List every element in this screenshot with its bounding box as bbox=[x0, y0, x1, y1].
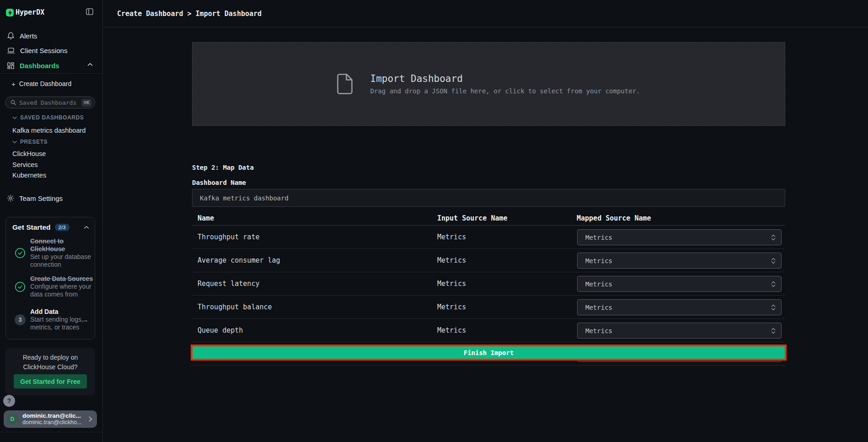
dashboard-name-label: Dashboard Name bbox=[192, 179, 246, 186]
team-settings-label: Team Settings bbox=[19, 194, 63, 202]
sidebar-item-alerts[interactable]: Alerts bbox=[0, 28, 102, 43]
get-started-item-add-data[interactable]: 3 Add Data Start sending logs, metrics, … bbox=[6, 308, 95, 331]
mapped-source-select[interactable]: Metrics bbox=[577, 323, 782, 339]
get-started-item-title: Add Data bbox=[30, 308, 93, 316]
select-value: Metrics bbox=[585, 280, 612, 288]
check-circle-icon bbox=[15, 281, 26, 292]
row-input-source: Metrics bbox=[437, 319, 466, 342]
get-started-item-title: Create Data Sources bbox=[30, 275, 93, 283]
chevron-up-icon[interactable] bbox=[87, 63, 93, 66]
sidebar-item-kubernetes[interactable]: Kubernetes bbox=[12, 172, 46, 179]
sidebar-item-label: Dashboards bbox=[20, 62, 59, 70]
select-chevrons-icon bbox=[771, 258, 776, 264]
finish-import-button[interactable]: Finish Import bbox=[191, 345, 787, 361]
get-started-item-connect[interactable]: Connect to ClickHouse Set up your databa… bbox=[6, 237, 95, 269]
mapped-source-select[interactable]: Metrics bbox=[577, 229, 782, 245]
chevron-right-icon bbox=[89, 416, 92, 422]
chevron-down-icon bbox=[12, 116, 17, 119]
section-label: SAVED DASHBOARDS bbox=[20, 114, 84, 121]
get-started-item-title: Connect to ClickHouse bbox=[30, 237, 93, 253]
sidebar-item-clickhouse[interactable]: ClickHouse bbox=[12, 150, 46, 157]
search-placeholder: Saved Dashboards bbox=[19, 99, 78, 106]
sidebar-item-label: Client Sessions bbox=[20, 47, 67, 54]
select-value: Metrics bbox=[585, 234, 612, 241]
check-circle-icon bbox=[15, 248, 26, 259]
sidebar-item-client-sessions[interactable]: Client Sessions bbox=[0, 43, 102, 58]
row-input-source: Metrics bbox=[437, 249, 466, 272]
step-number-badge: 3 bbox=[15, 314, 26, 325]
breadcrumb: Create Dashboard > Import Dashboard bbox=[117, 0, 262, 27]
user-email: dominic.tran@clickho... bbox=[22, 419, 81, 426]
get-started-header[interactable]: Get Started 2/3 bbox=[12, 223, 89, 232]
sidebar-item-services[interactable]: Services bbox=[12, 161, 38, 168]
column-header-mapped-source: Mapped Source Name bbox=[577, 212, 651, 224]
get-started-item-desc: Configure where your data comes from bbox=[30, 283, 93, 298]
dropzone-subtitle: Drag and drop a JSON file here, or click… bbox=[370, 87, 640, 95]
get-started-free-button[interactable]: Get Started for Free bbox=[14, 374, 87, 388]
sidebar-item-team-settings[interactable]: Team Settings bbox=[7, 193, 63, 204]
select-chevrons-icon bbox=[771, 234, 776, 241]
import-dropzone[interactable]: Import Dashboard Drag and drop a JSON fi… bbox=[192, 42, 785, 126]
get-started-item-sources[interactable]: Create Data Sources Configure where your… bbox=[6, 275, 95, 298]
search-icon bbox=[11, 100, 16, 105]
clickhouse-cloud-card: Ready to deploy on ClickHouse Cloud? Get… bbox=[5, 348, 95, 395]
table-row: Average consumer lag Metrics Metrics bbox=[192, 249, 785, 272]
chevron-down-icon bbox=[12, 140, 17, 144]
plus-icon: + bbox=[11, 80, 16, 88]
table-header-row: Name Input Source Name Mapped Source Nam… bbox=[192, 212, 785, 226]
arrow-right-icon[interactable]: → bbox=[81, 316, 89, 324]
laptop-icon bbox=[7, 47, 15, 54]
mapped-source-select[interactable]: Metrics bbox=[577, 276, 782, 292]
mapping-table: Name Input Source Name Mapped Source Nam… bbox=[192, 212, 785, 366]
topbar: Create Dashboard > Import Dashboard bbox=[103, 0, 868, 27]
saved-dashboards-search-input[interactable]: Saved Dashboards ⌘K bbox=[5, 97, 95, 108]
row-input-source: Metrics bbox=[437, 226, 466, 249]
step-title: Step 2: Map Data bbox=[192, 164, 254, 171]
row-name: Queue depth bbox=[198, 319, 243, 342]
table-row: Queue depth Metrics Metrics bbox=[192, 319, 785, 342]
row-name: Average consumer lag bbox=[198, 249, 280, 272]
select-value: Metrics bbox=[585, 257, 612, 264]
mapped-source-select[interactable]: Metrics bbox=[577, 299, 782, 315]
section-label: PRESETS bbox=[20, 139, 48, 145]
sidebar-collapse-icon[interactable] bbox=[86, 8, 93, 15]
mapped-source-select[interactable]: Metrics bbox=[577, 253, 782, 269]
section-saved-dashboards[interactable]: SAVED DASHBOARDS bbox=[12, 114, 84, 121]
divider bbox=[0, 432, 102, 432]
user-menu[interactable]: D dominic.tran@clic... dominic.tran@clic… bbox=[4, 410, 97, 428]
progress-badge: 2/3 bbox=[55, 224, 70, 231]
row-name: Throughput balance bbox=[198, 296, 272, 319]
help-button[interactable]: ? bbox=[3, 395, 15, 407]
sidebar-item-label: Alerts bbox=[20, 32, 37, 40]
create-dashboard-label: Create Dashboard bbox=[19, 80, 71, 87]
create-dashboard-button[interactable]: + Create Dashboard bbox=[11, 79, 71, 89]
column-header-name: Name bbox=[198, 212, 214, 224]
table-row: Throughput rate Metrics Metrics bbox=[192, 226, 785, 249]
row-input-source: Metrics bbox=[437, 296, 466, 319]
bell-icon bbox=[7, 32, 15, 40]
select-value: Metrics bbox=[585, 304, 612, 311]
dashboard-name-input[interactable] bbox=[192, 189, 785, 207]
brand-name: HyperDX bbox=[16, 8, 44, 16]
dashboard-grid-icon bbox=[7, 62, 15, 70]
table-row: Throughput balance Metrics Metrics bbox=[192, 296, 785, 319]
get-started-card: Get Started 2/3 Connect to ClickHouse Se… bbox=[5, 217, 95, 340]
hyperdx-logo-icon bbox=[6, 9, 14, 16]
column-header-input-source: Input Source Name bbox=[437, 212, 508, 224]
chevron-up-icon[interactable] bbox=[84, 226, 89, 229]
select-value: Metrics bbox=[585, 327, 612, 334]
main-content: Import Dashboard Drag and drop a JSON fi… bbox=[103, 27, 868, 442]
section-presets[interactable]: PRESETS bbox=[12, 139, 48, 145]
sidebar: HyperDX Alerts Client Sessions Dashboard… bbox=[0, 0, 103, 442]
select-chevrons-icon bbox=[771, 304, 776, 311]
sidebar-item-kafka-metrics-dashboard[interactable]: Kafka metrics dashboard bbox=[12, 127, 86, 134]
file-icon bbox=[337, 74, 353, 94]
cloud-card-line1: Ready to deploy on bbox=[5, 353, 95, 362]
brand-row: HyperDX bbox=[0, 6, 102, 19]
sidebar-item-dashboards[interactable]: Dashboards bbox=[0, 58, 102, 73]
user-name: dominic.tran@clic... bbox=[22, 413, 81, 419]
avatar: D bbox=[6, 413, 18, 425]
select-chevrons-icon bbox=[771, 281, 776, 287]
row-input-source: Metrics bbox=[437, 272, 466, 296]
finish-import-label: Finish Import bbox=[464, 349, 514, 356]
